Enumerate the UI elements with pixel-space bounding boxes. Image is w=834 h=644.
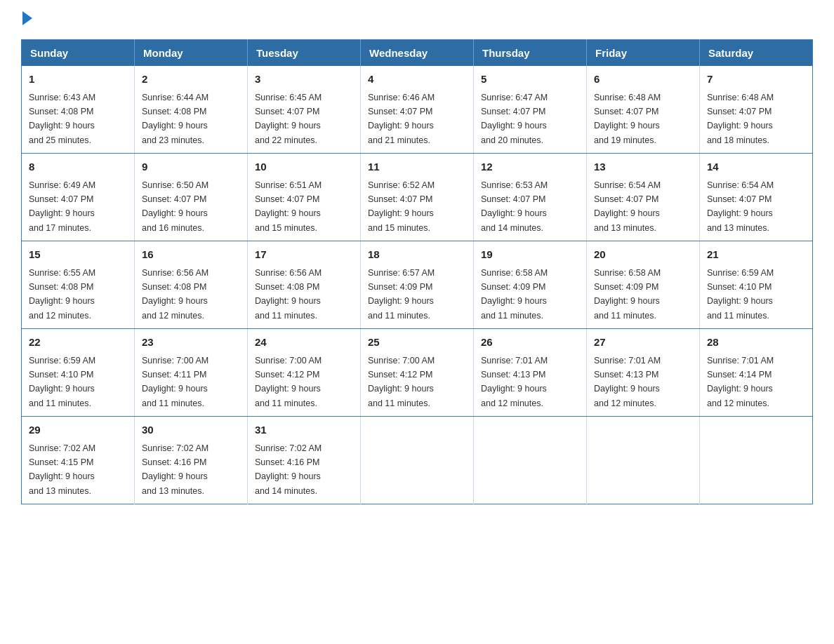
calendar-cell: 22 Sunrise: 6:59 AMSunset: 4:10 PMDaylig… (22, 329, 135, 417)
calendar-cell: 5 Sunrise: 6:47 AMSunset: 4:07 PMDayligh… (474, 66, 587, 154)
day-info: Sunrise: 7:01 AMSunset: 4:13 PMDaylight:… (594, 356, 661, 408)
calendar-cell (700, 417, 813, 504)
header-thursday: Thursday (474, 40, 587, 67)
day-number: 10 (255, 159, 353, 175)
day-number: 14 (707, 159, 805, 175)
calendar-week-1: 1 Sunrise: 6:43 AMSunset: 4:08 PMDayligh… (22, 66, 813, 154)
day-info: Sunrise: 6:48 AMSunset: 4:07 PMDaylight:… (594, 93, 661, 145)
calendar-cell: 4 Sunrise: 6:46 AMSunset: 4:07 PMDayligh… (361, 66, 474, 154)
day-info: Sunrise: 7:00 AMSunset: 4:12 PMDaylight:… (255, 356, 322, 408)
day-info: Sunrise: 6:52 AMSunset: 4:07 PMDaylight:… (368, 180, 435, 233)
day-number: 24 (255, 335, 353, 351)
calendar-cell: 13 Sunrise: 6:54 AMSunset: 4:07 PMDaylig… (587, 154, 700, 241)
calendar-cell: 18 Sunrise: 6:57 AMSunset: 4:09 PMDaylig… (361, 241, 474, 329)
calendar-cell: 12 Sunrise: 6:53 AMSunset: 4:07 PMDaylig… (474, 154, 587, 241)
logo (21, 14, 32, 25)
calendar-cell: 25 Sunrise: 7:00 AMSunset: 4:12 PMDaylig… (361, 329, 474, 417)
calendar-cell: 20 Sunrise: 6:58 AMSunset: 4:09 PMDaylig… (587, 241, 700, 329)
day-number: 19 (481, 247, 579, 263)
day-info: Sunrise: 6:59 AMSunset: 4:10 PMDaylight:… (707, 268, 774, 321)
day-number: 29 (29, 422, 127, 438)
calendar-cell (361, 417, 474, 504)
calendar-cell: 27 Sunrise: 7:01 AMSunset: 4:13 PMDaylig… (587, 329, 700, 417)
day-number: 8 (29, 159, 127, 175)
calendar-cell: 15 Sunrise: 6:55 AMSunset: 4:08 PMDaylig… (22, 241, 135, 329)
logo-triangle-icon (22, 11, 32, 25)
day-number: 3 (255, 72, 353, 88)
calendar-cell: 2 Sunrise: 6:44 AMSunset: 4:08 PMDayligh… (135, 66, 248, 154)
day-info: Sunrise: 6:56 AMSunset: 4:08 PMDaylight:… (142, 268, 208, 321)
day-info: Sunrise: 6:59 AMSunset: 4:10 PMDaylight:… (29, 356, 95, 408)
day-info: Sunrise: 6:55 AMSunset: 4:08 PMDaylight:… (29, 268, 95, 321)
day-number: 11 (368, 159, 466, 175)
day-number: 15 (29, 247, 127, 263)
header-friday: Friday (587, 40, 700, 67)
day-number: 1 (29, 72, 127, 88)
day-number: 2 (142, 72, 240, 88)
calendar-cell: 10 Sunrise: 6:51 AMSunset: 4:07 PMDaylig… (248, 154, 361, 241)
calendar-cell: 31 Sunrise: 7:02 AMSunset: 4:16 PMDaylig… (248, 417, 361, 504)
day-number: 4 (368, 72, 466, 88)
calendar-cell (587, 417, 700, 504)
day-number: 26 (481, 335, 579, 351)
day-number: 13 (594, 159, 692, 175)
calendar-cell (474, 417, 587, 504)
header-wednesday: Wednesday (361, 40, 474, 67)
day-number: 23 (142, 335, 240, 351)
day-info: Sunrise: 7:02 AMSunset: 4:15 PMDaylight:… (29, 443, 95, 496)
day-info: Sunrise: 6:49 AMSunset: 4:07 PMDaylight:… (29, 180, 95, 233)
day-info: Sunrise: 6:45 AMSunset: 4:07 PMDaylight:… (255, 93, 322, 145)
day-number: 5 (481, 72, 579, 88)
day-number: 25 (368, 335, 466, 351)
day-info: Sunrise: 6:50 AMSunset: 4:07 PMDaylight:… (142, 180, 208, 233)
calendar-cell: 6 Sunrise: 6:48 AMSunset: 4:07 PMDayligh… (587, 66, 700, 154)
day-info: Sunrise: 6:58 AMSunset: 4:09 PMDaylight:… (481, 268, 548, 321)
calendar-week-3: 15 Sunrise: 6:55 AMSunset: 4:08 PMDaylig… (22, 241, 813, 329)
header-saturday: Saturday (700, 40, 813, 67)
calendar-header-row: SundayMondayTuesdayWednesdayThursdayFrid… (22, 40, 813, 67)
day-info: Sunrise: 6:46 AMSunset: 4:07 PMDaylight:… (368, 93, 435, 145)
day-info: Sunrise: 7:02 AMSunset: 4:16 PMDaylight:… (255, 443, 322, 496)
day-info: Sunrise: 6:54 AMSunset: 4:07 PMDaylight:… (594, 180, 661, 233)
header-tuesday: Tuesday (248, 40, 361, 67)
calendar-cell: 24 Sunrise: 7:00 AMSunset: 4:12 PMDaylig… (248, 329, 361, 417)
day-number: 27 (594, 335, 692, 351)
calendar-cell: 30 Sunrise: 7:02 AMSunset: 4:16 PMDaylig… (135, 417, 248, 504)
day-number: 16 (142, 247, 240, 263)
calendar-cell: 28 Sunrise: 7:01 AMSunset: 4:14 PMDaylig… (700, 329, 813, 417)
day-number: 22 (29, 335, 127, 351)
calendar-cell: 19 Sunrise: 6:58 AMSunset: 4:09 PMDaylig… (474, 241, 587, 329)
day-info: Sunrise: 6:57 AMSunset: 4:09 PMDaylight:… (368, 268, 435, 321)
header-monday: Monday (135, 40, 248, 67)
day-info: Sunrise: 6:47 AMSunset: 4:07 PMDaylight:… (481, 93, 548, 145)
calendar-cell: 26 Sunrise: 7:01 AMSunset: 4:13 PMDaylig… (474, 329, 587, 417)
day-info: Sunrise: 6:43 AMSunset: 4:08 PMDaylight:… (29, 93, 95, 145)
calendar-cell: 8 Sunrise: 6:49 AMSunset: 4:07 PMDayligh… (22, 154, 135, 241)
day-info: Sunrise: 7:00 AMSunset: 4:11 PMDaylight:… (142, 356, 208, 408)
day-number: 12 (481, 159, 579, 175)
calendar-cell: 21 Sunrise: 6:59 AMSunset: 4:10 PMDaylig… (700, 241, 813, 329)
day-info: Sunrise: 7:01 AMSunset: 4:13 PMDaylight:… (481, 356, 548, 408)
calendar-cell: 11 Sunrise: 6:52 AMSunset: 4:07 PMDaylig… (361, 154, 474, 241)
day-info: Sunrise: 6:51 AMSunset: 4:07 PMDaylight:… (255, 180, 322, 233)
day-info: Sunrise: 6:56 AMSunset: 4:08 PMDaylight:… (255, 268, 322, 321)
day-number: 7 (707, 72, 805, 88)
day-number: 30 (142, 422, 240, 438)
day-info: Sunrise: 6:54 AMSunset: 4:07 PMDaylight:… (707, 180, 774, 233)
calendar-cell: 17 Sunrise: 6:56 AMSunset: 4:08 PMDaylig… (248, 241, 361, 329)
calendar-cell: 16 Sunrise: 6:56 AMSunset: 4:08 PMDaylig… (135, 241, 248, 329)
calendar-table: SundayMondayTuesdayWednesdayThursdayFrid… (21, 39, 813, 504)
calendar-cell: 14 Sunrise: 6:54 AMSunset: 4:07 PMDaylig… (700, 154, 813, 241)
day-info: Sunrise: 7:00 AMSunset: 4:12 PMDaylight:… (368, 356, 435, 408)
day-number: 9 (142, 159, 240, 175)
day-number: 17 (255, 247, 353, 263)
day-info: Sunrise: 6:58 AMSunset: 4:09 PMDaylight:… (594, 268, 661, 321)
calendar-cell: 3 Sunrise: 6:45 AMSunset: 4:07 PMDayligh… (248, 66, 361, 154)
day-info: Sunrise: 7:02 AMSunset: 4:16 PMDaylight:… (142, 443, 208, 496)
day-info: Sunrise: 6:48 AMSunset: 4:07 PMDaylight:… (707, 93, 774, 145)
day-number: 20 (594, 247, 692, 263)
day-number: 28 (707, 335, 805, 351)
day-info: Sunrise: 7:01 AMSunset: 4:14 PMDaylight:… (707, 356, 774, 408)
calendar-week-2: 8 Sunrise: 6:49 AMSunset: 4:07 PMDayligh… (22, 154, 813, 241)
calendar-cell: 7 Sunrise: 6:48 AMSunset: 4:07 PMDayligh… (700, 66, 813, 154)
